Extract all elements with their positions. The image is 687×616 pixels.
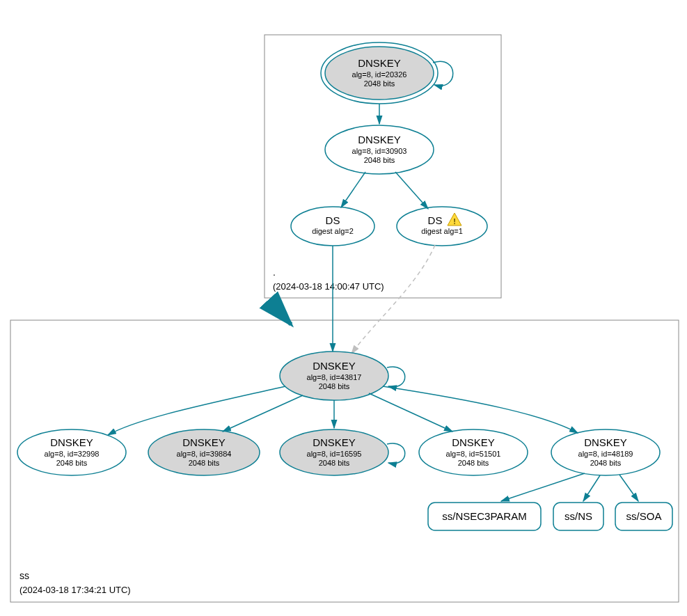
svg-text:DS: DS	[428, 214, 443, 226]
svg-text:DNSKEY: DNSKEY	[50, 436, 93, 448]
svg-text:2048 bits: 2048 bits	[56, 459, 88, 467]
svg-text:DNSKEY: DNSKEY	[358, 57, 401, 69]
svg-text:DNSKEY: DNSKEY	[182, 436, 226, 448]
svg-text:DNSKEY: DNSKEY	[313, 360, 356, 372]
svg-text:alg=8, id=20326: alg=8, id=20326	[352, 70, 407, 79]
svg-text:alg=8, id=39884: alg=8, id=39884	[177, 450, 232, 458]
svg-text:ss/NSEC3PARAM: ss/NSEC3PARAM	[442, 510, 526, 522]
svg-text:digest alg=1: digest alg=1	[421, 227, 463, 235]
rrset-soa: ss/SOA	[615, 503, 672, 530]
svg-text:ss/NS: ss/NS	[564, 510, 592, 522]
svg-text:DS: DS	[326, 214, 340, 226]
rrset-ns: ss/NS	[553, 503, 603, 530]
svg-text:DNSKEY: DNSKEY	[452, 436, 495, 448]
svg-text:alg=8, id=30903: alg=8, id=30903	[352, 147, 407, 155]
zone-ss-name: ss	[19, 570, 29, 581]
svg-text:2048 bits: 2048 bits	[590, 459, 622, 467]
dnskey-ss-39884: DNSKEY alg=8, id=39884 2048 bits	[148, 429, 260, 475]
edge-ssksk-to-k4	[369, 393, 452, 432]
edge-ssksk-to-k1	[108, 386, 285, 435]
svg-text:DNSKEY: DNSKEY	[584, 436, 627, 448]
dnskey-ss-16595: DNSKEY alg=8, id=16595 2048 bits	[280, 429, 388, 475]
zone-ss-timestamp: (2024-03-18 17:34:21 UTC)	[19, 585, 131, 595]
svg-text:2048 bits: 2048 bits	[364, 156, 395, 164]
svg-text:DNSKEY: DNSKEY	[358, 134, 401, 145]
edge-ssksk-to-k5	[383, 386, 578, 433]
svg-text:DNSKEY: DNSKEY	[313, 436, 356, 448]
edge-ds1-to-ssksk	[352, 245, 435, 354]
edge-ssksk-to-k2	[223, 395, 303, 432]
zone-root-timestamp: (2024-03-18 14:00:47 UTC)	[273, 281, 384, 292]
dnskey-ss-ksk: DNSKEY alg=8, id=43817 2048 bits	[280, 352, 388, 400]
svg-text:alg=8, id=48189: alg=8, id=48189	[578, 450, 633, 458]
svg-text:alg=8, id=51501: alg=8, id=51501	[446, 450, 501, 458]
svg-text:2048 bits: 2048 bits	[319, 459, 350, 467]
edge-ss-ksk-self	[387, 367, 405, 387]
dnskey-ss-48189: DNSKEY alg=8, id=48189 2048 bits	[551, 429, 660, 475]
edge-k5-to-ns	[583, 475, 600, 501]
svg-text:2048 bits: 2048 bits	[319, 382, 350, 390]
edge-k5-to-soa	[619, 475, 638, 501]
svg-text:2048 bits: 2048 bits	[364, 79, 395, 88]
svg-text:digest alg=2: digest alg=2	[312, 227, 354, 235]
dnskey-root-ksk: DNSKEY alg=8, id=20326 2048 bits	[321, 42, 438, 104]
edge-zsk-to-ds2	[341, 172, 365, 207]
edge-zsk-to-ds1	[395, 172, 428, 209]
edge-ss-k3-self	[387, 443, 405, 464]
dnskey-root-zsk: DNSKEY alg=8, id=30903 2048 bits	[325, 125, 434, 174]
svg-point-14	[397, 207, 487, 246]
zone-root-name: .	[273, 267, 276, 278]
dnskey-ss-32998: DNSKEY alg=8, id=32998 2048 bits	[17, 429, 126, 475]
rrset-nsec3param: ss/NSEC3PARAM	[428, 503, 541, 530]
svg-text:2048 bits: 2048 bits	[458, 459, 489, 467]
svg-text:alg=8, id=32998: alg=8, id=32998	[45, 450, 100, 458]
svg-text:alg=8, id=43817: alg=8, id=43817	[307, 373, 362, 381]
svg-text:2048 bits: 2048 bits	[189, 459, 220, 467]
dnskey-ss-51501: DNSKEY alg=8, id=51501 2048 bits	[419, 429, 528, 475]
ds-digest-1: DS digest alg=1 !	[397, 207, 487, 246]
svg-text:!: !	[453, 217, 456, 226]
ds-digest-2: DS digest alg=2	[291, 207, 374, 246]
edge-k5-to-nsec3	[501, 473, 585, 501]
svg-text:ss/SOA: ss/SOA	[626, 510, 662, 522]
svg-text:alg=8, id=16595: alg=8, id=16595	[307, 450, 362, 458]
svg-point-11	[291, 207, 374, 246]
